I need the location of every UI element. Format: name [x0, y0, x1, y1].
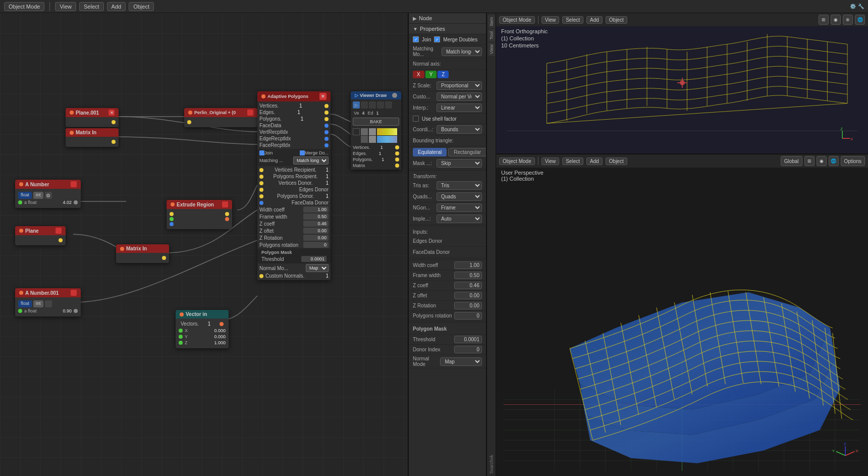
imple-select[interactable]: Auto: [437, 215, 482, 223]
a-number-icon[interactable]: ⚙: [45, 192, 52, 199]
z-axis-btn[interactable]: Z: [438, 71, 449, 78]
add-menu[interactable]: Add: [107, 2, 126, 11]
width-coeff-input[interactable]: [303, 206, 329, 213]
viewer-icon5[interactable]: [385, 101, 392, 109]
bottom-select-btn[interactable]: Select: [562, 157, 583, 165]
bottom-view-btn[interactable]: View: [541, 157, 560, 165]
vector-in-node[interactable]: Vector in Vectors. 1 X 0.000 Y 0.000: [176, 310, 229, 348]
options-btn[interactable]: Options: [841, 156, 865, 166]
x-axis-btn[interactable]: X: [413, 71, 424, 78]
z-coeff-prop-input[interactable]: [454, 282, 482, 289]
object-menu[interactable]: Object: [129, 2, 154, 11]
adaptive-close-btn[interactable]: ✕: [319, 93, 327, 100]
bottom-icon1[interactable]: ⊞: [804, 156, 815, 166]
plane-node[interactable]: Plane: [15, 226, 66, 245]
quads-select[interactable]: Quads: [437, 192, 482, 201]
width-coeff-prop-input[interactable]: [454, 261, 482, 269]
matrix-in2-node[interactable]: Matrix In: [116, 244, 169, 263]
view-tab[interactable]: View: [488, 42, 495, 56]
z-offset-input[interactable]: [303, 228, 329, 234]
object-mode-btn[interactable]: Object Mode: [4, 2, 44, 11]
viewer-icons-row: ▷: [351, 100, 401, 110]
plane001-body: [66, 117, 119, 127]
select-menu[interactable]: Select: [79, 2, 104, 11]
a-number-int-tag[interactable]: int: [33, 192, 43, 199]
custom-row: Custo... Normal per Vertex: [409, 91, 486, 102]
join-checkbox-prop[interactable]: ✓: [413, 36, 419, 42]
matrix-in1-node[interactable]: Matrix In: [66, 128, 119, 147]
z-offset-prop-input[interactable]: [454, 292, 482, 299]
extrude-region-node[interactable]: Extrude Region: [167, 200, 232, 229]
matching-mode-select[interactable]: Match longest: [442, 47, 482, 56]
a-number001-float-tag[interactable]: float: [18, 300, 32, 307]
adaptive-polygons-node[interactable]: Adaptive Polygons ✕ Vertices. 1 Edges. 1…: [257, 91, 331, 280]
threshold-input[interactable]: [301, 256, 327, 262]
normal-mode-select[interactable]: Map: [306, 264, 329, 272]
a-number001-icon[interactable]: [45, 300, 52, 307]
view-menu[interactable]: View: [55, 2, 76, 11]
quads-row: Quads... Quads: [409, 191, 486, 202]
viewer-icon1[interactable]: ▷: [353, 101, 360, 109]
bottom-object-btn[interactable]: Object: [606, 157, 627, 165]
coordi-select[interactable]: Bounds: [437, 125, 482, 134]
plane001-header: Plane.001 ✕: [66, 108, 119, 117]
extrude-region-header: Extrude Region: [167, 200, 232, 209]
a-number-node[interactable]: A Number float int ⚙ a float 4.02: [15, 180, 81, 208]
frame-width-row: Frame width: [257, 213, 331, 220]
bake-button[interactable]: BAKE: [353, 118, 399, 126]
z-rotation-input[interactable]: [303, 235, 329, 241]
top-object-mode-btn[interactable]: Object Mode: [499, 16, 535, 24]
viewer-icon3[interactable]: [369, 101, 376, 109]
merge-doubles-checkbox-prop[interactable]: ✓: [434, 36, 440, 42]
poly-rotation-input[interactable]: [303, 242, 329, 248]
threshold-prop-input[interactable]: [454, 336, 482, 343]
item-tab[interactable]: Item: [488, 15, 495, 28]
equilateral-btn[interactable]: Equilateral: [413, 148, 447, 156]
y-axis-btn[interactable]: Y: [425, 71, 437, 78]
top-icon1[interactable]: ⊞: [819, 15, 829, 25]
z-rotation-prop-input[interactable]: [454, 302, 482, 309]
viewer-draw-node[interactable]: ▷ Viewer Draw ▷ Ve 4 Ed 1: [351, 91, 401, 170]
bottom-icon2[interactable]: ◉: [817, 156, 827, 166]
interp-select[interactable]: Linear: [437, 103, 482, 112]
extrude-in1: [170, 212, 174, 216]
join-checkbox[interactable]: [259, 150, 264, 155]
top-icon4[interactable]: 🌐: [855, 15, 865, 25]
top-add-btn[interactable]: Add: [586, 16, 603, 24]
a-number-float-tag[interactable]: float: [18, 192, 32, 199]
top-object-btn[interactable]: Object: [606, 16, 627, 24]
tris-as-select[interactable]: Tris: [437, 181, 482, 190]
merge-doubles-checkbox[interactable]: [300, 150, 305, 155]
z-scale-select[interactable]: Proportional: [437, 81, 482, 90]
bottom-object-mode-btn[interactable]: Object Mode: [499, 157, 535, 165]
top-icon3[interactable]: ⊕: [843, 15, 853, 25]
a-number001-int-tag[interactable]: int: [33, 300, 43, 307]
top-select-btn[interactable]: Select: [562, 16, 583, 24]
global-btn[interactable]: Global: [781, 156, 802, 166]
a-number001-node[interactable]: A Number.001 float int a float 0.90: [15, 288, 81, 316]
frame-width-input[interactable]: [303, 214, 329, 220]
z-coeff-input[interactable]: [303, 221, 329, 227]
vert-donor-val: 1: [326, 180, 329, 186]
join-label: Join: [264, 150, 300, 155]
custom-select[interactable]: Normal per Vertex: [437, 92, 482, 101]
bottom-add-btn[interactable]: Add: [586, 157, 603, 165]
matching-select[interactable]: Match long...: [293, 156, 329, 165]
viewer-icon2[interactable]: [361, 101, 368, 109]
top-view-btn[interactable]: View: [541, 16, 560, 24]
tool-tab[interactable]: Tool: [488, 29, 495, 42]
plane001-node[interactable]: Plane.001 ✕: [66, 108, 119, 127]
top-icon2[interactable]: ◉: [831, 15, 841, 25]
donor-index-prop-input[interactable]: [454, 346, 482, 353]
viewer-icon4[interactable]: [377, 101, 384, 109]
ngon-select[interactable]: Frame: [437, 203, 482, 212]
shell-factor-checkbox[interactable]: [413, 116, 419, 122]
perlin-node[interactable]: Perlin_Original + (0: [184, 108, 257, 127]
poly-rotation-prop-input[interactable]: [454, 312, 482, 320]
normal-mode-prop-select[interactable]: Map: [440, 357, 482, 366]
a-number-float-label: a float: [24, 200, 61, 205]
rectangular-btn[interactable]: Rectangular: [448, 148, 486, 156]
mask-select[interactable]: Skip: [437, 159, 482, 168]
frame-width-prop-input[interactable]: [454, 272, 482, 279]
bottom-icon3[interactable]: 🌐: [829, 156, 839, 166]
